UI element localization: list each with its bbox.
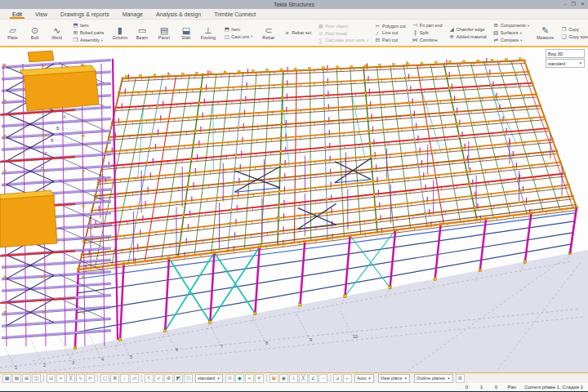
select-parts-icon[interactable]: ▤ — [12, 374, 21, 383]
select-components-icon[interactable]: ⊞ — [22, 374, 31, 383]
assembly-button[interactable]: ❒Assembly▾ — [73, 37, 104, 43]
selection-filter-box[interactable]: standard▼ — [546, 59, 585, 68]
selection-filter-dropdown[interactable]: standard▼ — [195, 374, 223, 383]
maximize-button[interactable]: ❐ — [572, 0, 576, 9]
smart-select-icon[interactable]: ✓ — [154, 374, 163, 383]
bottom-toolbar: ▦▤⊞◫⊡⌖╳∿✂▢≣↓▱↖✓⚙◩⬡standard▼⊙◆⌖✛⊠◉⊥╳∠⋯⊿⌐A… — [0, 372, 588, 383]
status-count-2: 1 — [478, 385, 484, 390]
tab-trimble-connect[interactable]: Trimble Connect — [208, 11, 261, 19]
snap-midpoint-icon[interactable]: ⊥ — [289, 374, 298, 383]
chevron-down-icon: ▾ — [101, 38, 103, 42]
ribbon-group-5: ≡Rebar set — [283, 20, 313, 45]
select-points-icon[interactable]: ⌖ — [56, 374, 65, 383]
column-icon: ▮ — [118, 25, 122, 35]
chevron-down-icon: ▾ — [528, 24, 529, 28]
polygon-cut-button[interactable]: ✂Polygon cut — [375, 23, 406, 29]
snap-reference-points-icon[interactable]: ⊙ — [225, 374, 234, 383]
rebar-set-button[interactable]: ≡Rebar set — [284, 30, 311, 36]
tab-drawings-reports[interactable]: Drawings & reports — [55, 11, 115, 19]
snap-plane-dropdown[interactable]: View plane▼ — [378, 374, 410, 383]
rebar-button[interactable]: ⊂Rebar — [257, 20, 279, 45]
select-views-icon[interactable]: ▢ — [100, 374, 109, 383]
column-button[interactable]: ▮Column — [109, 20, 131, 45]
snap-free-icon[interactable]: ⊿ — [333, 374, 342, 383]
snap-center-icon[interactable]: ◉ — [279, 374, 288, 383]
snap-perpendicular-icon[interactable]: ∠ — [309, 374, 318, 383]
snap-nearest-icon[interactable]: ⌖ — [245, 374, 254, 383]
select-reinforcement-icon[interactable]: ≣ — [110, 374, 119, 383]
part-cut-button[interactable]: ⊟Part cut — [375, 37, 406, 43]
snap-geometry-points-icon[interactable]: ◆ — [235, 374, 244, 383]
snap-settings-icon[interactable]: ⚙ — [456, 374, 465, 383]
select-all-icon[interactable]: ▦ — [2, 374, 11, 383]
chevron-down-icon: ▾ — [520, 38, 522, 42]
select-objects-in-assemblies-icon[interactable]: ◩ — [174, 374, 183, 383]
select-welds-icon[interactable]: ∿ — [76, 374, 85, 383]
select-objects-icon[interactable]: ⊡ — [47, 374, 56, 383]
components-icon: ⊞ — [493, 22, 499, 29]
tab-view[interactable]: View — [29, 11, 53, 19]
line-cut-button[interactable]: ∕Line cut — [375, 30, 406, 36]
snap-extension-icon[interactable]: ⋯ — [318, 374, 327, 383]
select-objects-in-components-icon[interactable]: ⬡ — [184, 374, 193, 383]
footing-icon: ⊥ — [204, 25, 212, 35]
tab-analysis-design[interactable]: Analysis & design — [150, 11, 207, 19]
svg-text:3: 3 — [72, 360, 74, 365]
footing-button[interactable]: ⊥Footing — [197, 20, 219, 45]
close-button[interactable]: ✕ — [581, 0, 585, 9]
plate-button[interactable]: ▱Plate — [2, 20, 24, 45]
model-3d-view[interactable]: 12345678910АБВГД — [0, 47, 588, 372]
toolbar-separator — [330, 375, 331, 382]
bolt-button[interactable]: ⊙Bolt — [24, 20, 46, 45]
split-button[interactable]: ∥Split — [412, 29, 443, 36]
item-button[interactable]: ⬒Item — [73, 22, 104, 29]
select-loads-icon[interactable]: ↓ — [120, 374, 129, 383]
fit-part-end-button[interactable]: ⊣Fit part end — [412, 22, 443, 29]
assembly-icon: ❒ — [73, 37, 78, 43]
svg-text:4: 4 — [101, 357, 104, 362]
weld-button[interactable]: ∿Weld — [46, 20, 68, 45]
copy-special-button[interactable]: ❑Copy special▾ — [561, 33, 588, 40]
fit-part-end-icon: ⊣ — [412, 22, 418, 29]
snap-outline-dropdown[interactable]: Outline planes▼ — [414, 374, 453, 383]
snap-intersection-icon[interactable]: ╳ — [299, 374, 308, 383]
compare-button[interactable]: ⇄Compare▾ — [493, 37, 529, 43]
panel-button[interactable]: ▤Panel — [153, 20, 175, 45]
pour-break-icon: ⊘ — [318, 30, 323, 37]
svg-text:5: 5 — [130, 354, 132, 359]
tab-manage[interactable]: Manage — [117, 11, 149, 19]
minimize-button[interactable]: – — [564, 0, 566, 9]
rebar-icon: ⊂ — [265, 25, 272, 35]
snap-depth-dropdown[interactable]: Auto▼ — [354, 374, 374, 383]
chamfer-edge-button[interactable]: ◢Chamfer edge — [449, 26, 487, 33]
ribbon-group-1: ⬒Item⊞Bolted parts❒Assembly▾ — [71, 20, 105, 45]
slab-button[interactable]: ⬓Slab — [175, 20, 197, 45]
status-bar: 0 1 0 Pan Current phase 1, Стадия 1 — [0, 383, 588, 391]
item-concrete-button[interactable]: ⬒Item — [224, 26, 252, 33]
snap-end-icon[interactable]: ⊠ — [270, 374, 278, 383]
select-filter-icon[interactable]: ⚙ — [164, 374, 173, 383]
copy-icon: ❐ — [561, 26, 567, 33]
ribbon-group-3: ⬒Item◫Cast unit▾ — [222, 20, 254, 45]
bolted-parts-button[interactable]: ⊞Bolted parts — [73, 29, 104, 36]
measure-button[interactable]: ✎Measure — [534, 20, 556, 45]
drag-and-drop-icon[interactable]: ↖ — [145, 374, 154, 383]
select-assemblies-icon[interactable]: ◫ — [32, 374, 41, 383]
surfaces-button[interactable]: ▧Surfaces▾ — [493, 29, 529, 36]
model-viewport[interactable]: 12345678910АБВГД Вид 3D standard▼ — [0, 47, 588, 372]
snap-override-icon[interactable]: ⌐ — [343, 374, 352, 383]
tab-edit[interactable]: Edit — [7, 11, 28, 19]
line-cut-icon: ∕ — [375, 30, 381, 36]
select-planes-icon[interactable]: ▱ — [130, 374, 139, 383]
snap-any-icon[interactable]: ✛ — [255, 374, 264, 383]
ribbon-tab-row: EditViewDrawings & reportsManageAnalysis… — [0, 9, 588, 20]
combine-button[interactable]: ⋈Combine — [412, 37, 443, 43]
select-grids-icon[interactable]: ╳ — [66, 374, 75, 383]
select-cuts-icon[interactable]: ✂ — [86, 374, 95, 383]
added-material-button[interactable]: ⊕Added material — [449, 33, 487, 40]
view-name-box[interactable]: Вид 3D — [546, 49, 585, 58]
copy-button[interactable]: ❐Copy — [561, 26, 588, 33]
beam-button[interactable]: ▭Beam — [131, 20, 153, 45]
components-button[interactable]: ⊞Components▾ — [493, 22, 529, 29]
cast-unit-button[interactable]: ◫Cast unit▾ — [224, 33, 252, 40]
